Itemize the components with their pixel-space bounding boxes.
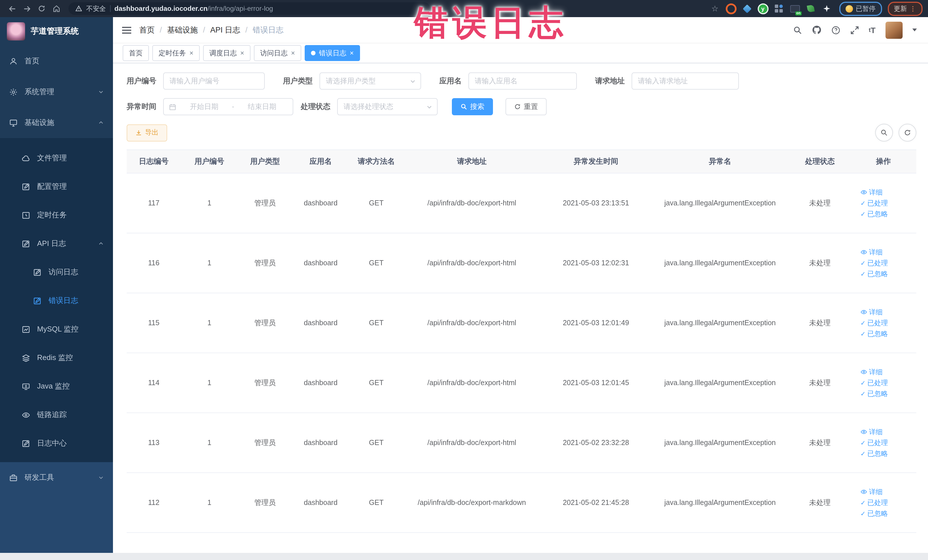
- tab-error-log[interactable]: 错误日志×: [305, 45, 360, 61]
- detail-link[interactable]: 详细: [860, 309, 883, 316]
- sidebar-item-mysql-monitor[interactable]: MySQL 监控: [0, 315, 113, 343]
- url-text[interactable]: dashboard.yudao.iocoder.cn/infra/log/api…: [114, 5, 273, 12]
- user-id-input[interactable]: [163, 72, 265, 90]
- mark-ignored-link[interactable]: ✓已忽略: [860, 270, 888, 277]
- sidebar-item-system[interactable]: 系统管理: [0, 76, 113, 107]
- export-button[interactable]: 导出: [127, 124, 167, 141]
- close-icon[interactable]: ×: [240, 50, 244, 56]
- extension-puzzle-icon[interactable]: [821, 3, 832, 14]
- browser-menu-icon[interactable]: ⋮: [910, 5, 916, 12]
- cell-log-id: 112: [127, 499, 181, 507]
- sidebar-item-scheduled-jobs[interactable]: 定时任务: [0, 201, 113, 229]
- back-icon[interactable]: [6, 2, 18, 15]
- cell-user-type: 管理员: [238, 378, 292, 388]
- paused-badge[interactable]: 已暂停: [839, 2, 882, 16]
- user-avatar[interactable]: [885, 21, 902, 38]
- mark-processed-link[interactable]: ✓已处理: [860, 200, 888, 206]
- tab-scheduled-jobs[interactable]: 定时任务×: [152, 45, 200, 61]
- search-button[interactable]: 搜索: [452, 98, 493, 115]
- sidebar-item-redis-monitor[interactable]: Redis 监控: [0, 343, 113, 372]
- breadcrumb-infra[interactable]: 基础设施: [167, 25, 198, 35]
- app-logo[interactable]: 芋道管理系统: [0, 17, 113, 46]
- mark-processed-link[interactable]: ✓已处理: [860, 319, 888, 327]
- tab-access-log[interactable]: 访问日志×: [254, 45, 301, 61]
- bookmark-star-icon[interactable]: ☆: [709, 3, 720, 14]
- detail-link[interactable]: 详细: [860, 249, 883, 256]
- request-url-input[interactable]: [632, 72, 739, 90]
- home-icon[interactable]: [50, 2, 63, 15]
- search-icon: [880, 129, 887, 136]
- close-icon[interactable]: ×: [291, 50, 295, 56]
- logo-image: [7, 22, 25, 41]
- cell-user-id: 1: [181, 259, 238, 267]
- github-icon[interactable]: [812, 25, 821, 35]
- help-icon[interactable]: [831, 25, 840, 35]
- mark-processed-link[interactable]: ✓已处理: [860, 379, 888, 386]
- reload-icon[interactable]: [35, 2, 48, 15]
- security-label[interactable]: 不安全: [86, 4, 106, 13]
- sidebar-item-config-manage[interactable]: 配置管理: [0, 172, 113, 201]
- close-icon[interactable]: ×: [189, 50, 194, 56]
- close-icon[interactable]: ×: [350, 50, 354, 56]
- detail-link[interactable]: 详细: [860, 189, 883, 196]
- update-button[interactable]: 更新⋮: [887, 2, 922, 16]
- log-doc-icon: [33, 296, 42, 305]
- collapse-sidebar-icon[interactable]: [122, 26, 131, 34]
- cell-time: 2021-05-02 23:32:28: [540, 439, 652, 447]
- extension-gem-icon[interactable]: [741, 3, 752, 14]
- cell-url: /api/infra/db-doc/export-html: [403, 199, 540, 207]
- exception-time-range-picker[interactable]: 开始日期 - 结束日期: [163, 98, 293, 115]
- sidebar-item-home[interactable]: 首页: [0, 46, 113, 76]
- process-status-select[interactable]: 请选择处理状态: [337, 98, 438, 115]
- user-type-select[interactable]: 请选择用户类型: [319, 72, 421, 90]
- fullscreen-icon[interactable]: [850, 25, 859, 35]
- mark-processed-link[interactable]: ✓已处理: [860, 259, 888, 267]
- mark-ignored-link[interactable]: ✓已忽略: [860, 330, 888, 337]
- extension-green-icon[interactable]: y: [757, 3, 769, 14]
- sidebar-item-trace[interactable]: 链路追踪: [0, 401, 113, 429]
- table-body: 117 1 管理员 dashboard GET /api/infra/db-do…: [127, 174, 916, 533]
- cell-exception: java.lang.IllegalArgumentException: [652, 319, 789, 327]
- extension-grid-icon[interactable]: [773, 3, 785, 14]
- cell-log-id: 114: [127, 379, 181, 387]
- breadcrumb-api-log[interactable]: API 日志: [210, 25, 240, 35]
- mark-processed-link[interactable]: ✓已处理: [860, 439, 888, 446]
- mark-ignored-link[interactable]: ✓已忽略: [860, 450, 888, 457]
- refresh-button[interactable]: [898, 124, 916, 142]
- mark-ignored-link[interactable]: ✓已忽略: [860, 390, 888, 397]
- search-icon[interactable]: [793, 25, 802, 35]
- sidebar-item-api-log[interactable]: API 日志: [0, 229, 113, 258]
- detail-link[interactable]: 详细: [860, 488, 883, 495]
- mark-processed-link[interactable]: ✓已处理: [860, 499, 888, 506]
- detail-link[interactable]: 详细: [860, 429, 883, 435]
- extension-orange-icon[interactable]: [725, 3, 737, 14]
- extension-leaf-icon[interactable]: [805, 3, 817, 14]
- col-log-id: 日志编号: [127, 156, 181, 166]
- sidebar-item-log-center[interactable]: 日志中心: [0, 429, 113, 458]
- detail-link[interactable]: 详细: [860, 369, 883, 375]
- sidebar-item-dev-tools[interactable]: 研发工具: [0, 462, 113, 493]
- mark-ignored-link[interactable]: ✓已忽略: [860, 510, 888, 517]
- check-icon: ✓: [860, 260, 865, 266]
- calendar-icon: [169, 103, 176, 110]
- sidebar-item-file-manage[interactable]: 文件管理: [0, 144, 113, 172]
- chevron-down-icon: [98, 475, 104, 481]
- toggle-search-button[interactable]: [875, 124, 893, 142]
- sidebar-item-infra[interactable]: 基础设施: [0, 107, 113, 138]
- extension-switch-icon[interactable]: on: [789, 3, 800, 14]
- avatar-caret-icon[interactable]: [912, 29, 917, 31]
- reset-button[interactable]: 重置: [505, 98, 546, 115]
- forward-icon[interactable]: [21, 2, 33, 15]
- address-bar[interactable]: 不安全 dashboard.yudao.iocoder.cn/infra/log…: [69, 2, 430, 15]
- app-name-input[interactable]: [469, 72, 577, 90]
- sidebar-item-java-monitor[interactable]: Java 监控: [0, 372, 113, 401]
- tab-home[interactable]: 首页: [123, 45, 149, 61]
- cell-url: /api/infra/db-doc/export-markdown: [403, 499, 540, 507]
- cell-method: GET: [349, 199, 403, 207]
- breadcrumb-home[interactable]: 首页: [139, 25, 155, 35]
- tab-dispatch-log[interactable]: 调度日志×: [203, 45, 250, 61]
- sidebar-item-access-log[interactable]: 访问日志: [0, 258, 113, 287]
- mark-ignored-link[interactable]: ✓已忽略: [860, 211, 888, 217]
- sidebar-item-error-log[interactable]: 错误日志: [0, 287, 113, 315]
- font-size-icon[interactable]: tT: [868, 25, 876, 35]
